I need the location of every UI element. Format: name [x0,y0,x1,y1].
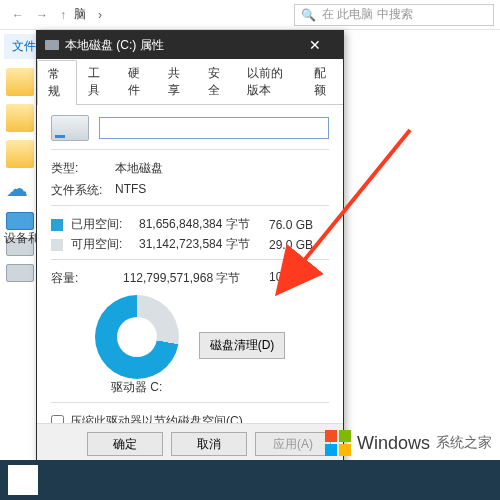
folder-icon[interactable] [6,104,34,132]
dialog-titlebar[interactable]: 本地磁盘 (C:) 属性 ✕ [37,31,343,59]
fs-label: 文件系统: [51,182,115,199]
tab-hardware[interactable]: 硬件 [117,59,157,104]
used-label: 已用空间: [71,216,131,233]
free-bytes: 31,142,723,584 字节 [139,236,261,253]
dialog-footer: 确定 取消 应用(A) [37,423,343,464]
tab-previous[interactable]: 以前的版本 [236,59,303,104]
tab-quota[interactable]: 配额 [303,59,343,104]
drive-caption: 驱动器 C: [95,379,179,396]
search-placeholder: 在 此电脑 中搜索 [322,6,413,23]
compress-label: 压缩此驱动器以节约磁盘空间(C) [70,413,243,423]
free-swatch-icon [51,239,63,251]
explorer-sidebar: 设备和 ☁ [0,60,40,460]
free-gb: 29.0 GB [269,238,329,252]
capacity-label: 容量: [51,270,123,287]
used-gb: 76.0 GB [269,218,329,232]
taskbar-app-icon[interactable] [8,465,38,495]
drive-icon[interactable] [6,264,34,282]
tab-sharing[interactable]: 共享 [157,59,197,104]
apply-button[interactable]: 应用(A) [255,432,331,456]
back-icon[interactable]: ← [12,8,24,22]
tab-general[interactable]: 常规 [37,60,77,105]
nav-arrows: ← → ↑ [6,8,66,22]
dialog-title: 本地磁盘 (C:) 属性 [65,37,164,54]
free-label: 可用空间: [71,236,131,253]
usage-donut-chart [95,295,179,379]
dialog-body: 类型:本地磁盘 文件系统:NTFS 已用空间: 81,656,848,384 字… [37,105,343,423]
compress-checkbox[interactable] [51,415,64,423]
search-input[interactable]: 🔍 在 此电脑 中搜索 [294,4,494,26]
forward-icon[interactable]: → [36,8,48,22]
capacity-bytes: 112,799,571,968 字节 [123,270,269,287]
up-icon[interactable]: ↑ [60,8,66,22]
watermark-sub: 系统之家 [436,434,492,452]
taskbar-app-icon[interactable] [48,465,78,495]
watermark: Windows 系统之家 [325,430,492,456]
volume-label-input[interactable] [99,117,329,139]
used-bytes: 81,656,848,384 字节 [139,216,261,233]
compress-checkbox-row[interactable]: 压缩此驱动器以节约磁盘空间(C) [51,413,329,423]
windows-logo-icon [325,430,351,456]
used-swatch-icon [51,219,63,231]
disk-cleanup-button[interactable]: 磁盘清理(D) [199,332,286,359]
drive-c-icon[interactable] [6,212,34,230]
tab-security[interactable]: 安全 [197,59,237,104]
drive-icon [45,40,59,50]
search-icon: 🔍 [301,8,316,22]
onedrive-icon[interactable]: ☁ [6,176,34,204]
type-label: 类型: [51,160,115,177]
watermark-brand: Windows [357,433,430,454]
fs-value: NTFS [115,182,146,199]
devices-section-label: 设备和 [4,230,40,247]
ok-button[interactable]: 确定 [87,432,163,456]
drive-image-icon [51,115,89,141]
folder-icon[interactable] [6,140,34,168]
tab-tools[interactable]: 工具 [77,59,117,104]
folder-icon[interactable] [6,68,34,96]
properties-dialog: 本地磁盘 (C:) 属性 ✕ 常规 工具 硬件 共享 安全 以前的版本 配额 类… [36,30,344,465]
capacity-gb: 105 GB [269,270,329,287]
breadcrumb-this-pc[interactable]: 脑 [74,6,86,23]
cancel-button[interactable]: 取消 [171,432,247,456]
taskbar[interactable] [0,460,500,500]
chevron-right-icon: › [94,8,106,22]
type-value: 本地磁盘 [115,160,163,177]
close-icon[interactable]: ✕ [295,37,335,53]
explorer-toolbar: ← → ↑ 脑 › 🔍 在 此电脑 中搜索 [0,0,500,30]
tab-strip: 常规 工具 硬件 共享 安全 以前的版本 配额 [37,59,343,105]
